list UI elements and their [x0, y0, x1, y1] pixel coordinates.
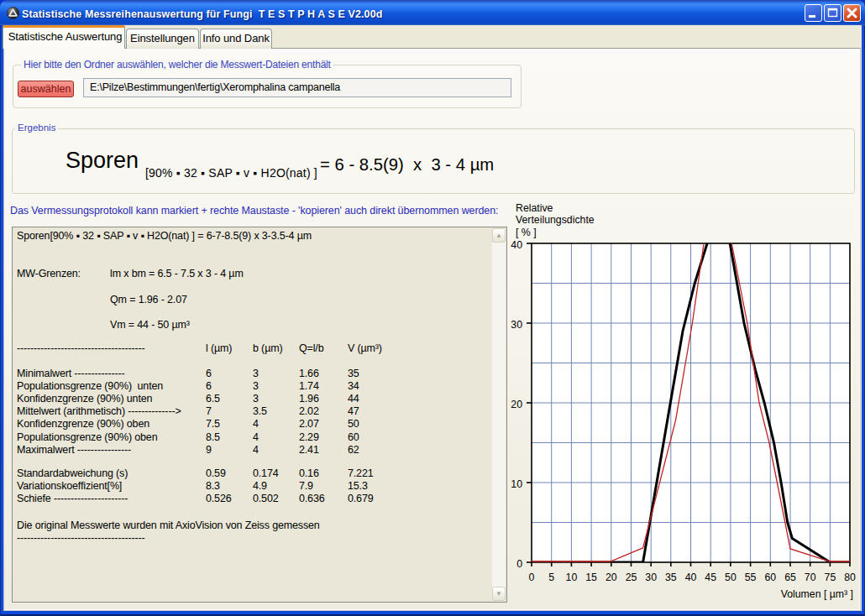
svg-text:35: 35 [665, 572, 677, 583]
svg-text:10: 10 [566, 572, 578, 583]
svg-text:20: 20 [511, 399, 522, 410]
svg-text:55: 55 [745, 572, 757, 583]
svg-text:75: 75 [825, 572, 836, 583]
svg-text:50: 50 [725, 572, 737, 583]
svg-text:15: 15 [585, 572, 597, 583]
svg-text:30: 30 [511, 319, 522, 331]
svg-text:40: 40 [511, 239, 522, 251]
svg-text:65: 65 [784, 572, 796, 583]
svg-text:Relative: Relative [516, 202, 553, 214]
svg-text:0: 0 [529, 572, 535, 583]
svg-text:30: 30 [645, 572, 657, 583]
svg-text:Volumen [ µm³ ]: Volumen [ µm³ ] [781, 588, 853, 600]
svg-text:40: 40 [685, 572, 697, 583]
svg-text:[ % ]: [ % ] [516, 227, 537, 238]
svg-text:70: 70 [805, 572, 816, 583]
svg-text:0: 0 [516, 558, 522, 570]
svg-text:20: 20 [606, 572, 617, 583]
svg-text:60: 60 [764, 572, 776, 583]
svg-text:80: 80 [844, 572, 856, 583]
svg-text:10: 10 [511, 478, 522, 490]
svg-text:5: 5 [548, 572, 554, 583]
svg-text:45: 45 [705, 572, 716, 583]
svg-text:Verteilungsdichte: Verteilungsdichte [516, 214, 595, 226]
svg-text:25: 25 [626, 572, 637, 583]
